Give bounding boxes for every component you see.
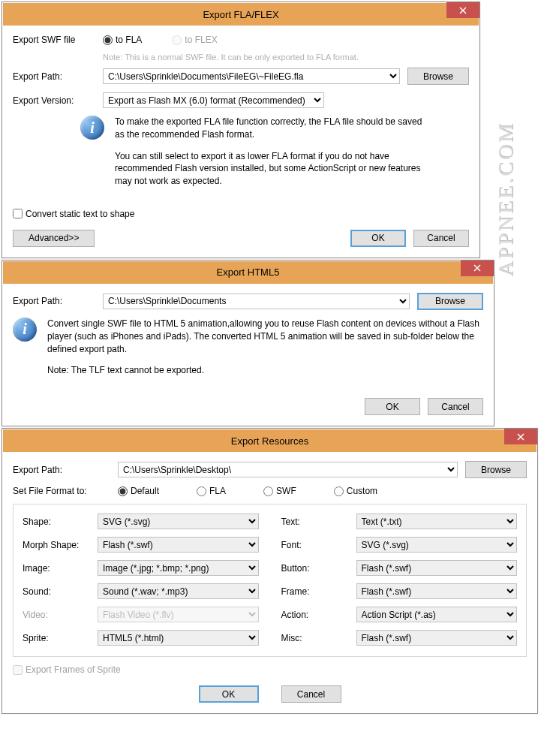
format-label: Morph Shape: [23,540,98,550]
info-paragraph-1: Convert single SWF file to HTML 5 animat… [47,318,483,355]
browse-button[interactable]: Browse [417,293,483,310]
format-custom-radio[interactable]: Custom [334,486,377,496]
format-select[interactable]: Image (*.jpg; *.bmp; *.png) [98,560,259,576]
info-paragraph-2: You can still select to export it as low… [115,150,430,188]
export-frames-sprite-row: Export Frames of Sprite [13,664,527,675]
format-label: Image: [23,563,98,574]
export-fla-flex-dialog: Export FLA/FLEX Export SWF file to FLA t… [2,2,480,258]
format-row: Font:SVG (*.svg) [281,537,518,553]
export-path-select[interactable]: C:\Users\Sprinkle\Documents\FileEG\~File… [103,68,400,84]
export-html5-dialog: Export HTML5 Export Path: C:\Users\Sprin… [2,260,494,426]
export-swf-label: Export SWF file [13,35,103,45]
convert-static-label: Convert static text to shape [26,209,134,219]
format-label: Action: [281,610,356,620]
set-file-format-label: Set File Format to: [13,486,118,496]
info-note: Note: The TLF text cannot be exported. [47,364,483,377]
format-row: Misc:Flash (*.swf) [281,630,518,646]
format-select[interactable]: HTML5 (*.html) [98,630,259,646]
close-icon [517,433,524,441]
export-version-label: Export Version: [13,95,103,106]
convert-static-checkbox[interactable] [13,209,23,218]
format-select: Flash Video (*.flv) [98,607,259,622]
format-label: Font: [281,540,356,550]
cancel-button[interactable]: Cancel [413,230,469,247]
titlebar[interactable]: Export FLA/FLEX [2,2,479,26]
browse-button[interactable]: Browse [407,68,469,85]
format-label: Frame: [281,586,356,597]
format-label: Text: [281,517,356,527]
format-row: Button:Flash (*.swf) [281,560,518,576]
ok-button[interactable]: OK [350,230,406,247]
close-icon [473,264,481,272]
to-flex-radio-input [172,35,182,45]
export-frames-sprite-checkbox [13,665,23,675]
format-row: Morph Shape:Flash (*.swf) [23,537,259,553]
format-default-radio[interactable]: Default [118,486,159,496]
ok-button[interactable]: OK [199,685,259,703]
format-select[interactable]: Action Script (*.as) [356,607,518,622]
title-text: Export HTML5 [217,267,280,278]
close-button[interactable] [461,261,494,276]
format-label: Button: [281,563,356,574]
format-row: Video:Flash Video (*.flv) [23,607,259,622]
to-fla-radio[interactable]: to FLA [103,35,142,45]
info-paragraph-1: To make the exported FLA file function c… [115,116,430,141]
info-icon: i [80,116,104,140]
format-label: Shape: [23,517,98,527]
format-select[interactable]: SVG (*.svg) [98,514,259,529]
ok-button[interactable]: OK [365,398,420,415]
format-group-box: Shape:SVG (*.svg)Morph Shape:Flash (*.sw… [13,504,527,657]
format-select[interactable]: Sound (*.wav; *.mp3) [98,583,259,599]
format-label: Sprite: [23,633,98,643]
format-label: Video: [23,610,98,620]
titlebar[interactable]: Export Resources [2,429,537,452]
export-frames-sprite-label: Export Frames of Sprite [26,664,121,675]
cancel-button[interactable]: Cancel [281,685,341,703]
close-button[interactable] [504,429,537,444]
format-row: Sprite:HTML5 (*.html) [23,630,259,646]
format-label: Sound: [23,586,98,597]
to-flex-radio: to FLEX [172,35,217,45]
swf-note: Note: This is a normal SWF file. It can … [103,53,469,62]
close-button[interactable] [446,2,479,18]
titlebar[interactable]: Export HTML5 [2,261,494,284]
export-path-label: Export Path: [13,296,103,306]
format-select[interactable]: Flash (*.swf) [356,583,518,599]
format-row: Shape:SVG (*.svg) [23,514,259,529]
export-path-label: Export Path: [13,71,103,82]
format-row: Frame:Flash (*.swf) [281,583,518,599]
format-swf-radio[interactable]: SWF [263,486,296,496]
title-text: Export Resources [231,435,308,447]
format-row: Text:Text (*.txt) [281,514,518,529]
watermark-text: APPNEE.COM [494,122,518,277]
format-label: Misc: [281,633,356,643]
format-row: Image:Image (*.jpg; *.bmp; *.png) [23,560,259,576]
format-select[interactable]: Text (*.txt) [356,514,518,529]
convert-static-checkbox-row[interactable]: Convert static text to shape [13,209,469,219]
export-path-select[interactable]: C:\Users\Sprinkle\Documents [103,294,410,309]
format-select[interactable]: Flash (*.swf) [98,537,259,553]
format-select[interactable]: Flash (*.swf) [356,630,518,646]
browse-button[interactable]: Browse [465,461,527,478]
format-row: Sound:Sound (*.wav; *.mp3) [23,583,259,599]
export-path-select[interactable]: C:\Users\Sprinkle\Desktop\ [118,462,458,477]
format-select[interactable]: Flash (*.swf) [356,560,518,576]
format-row: Action:Action Script (*.as) [281,607,518,622]
advanced-button[interactable]: Advanced>> [13,230,95,247]
cancel-button[interactable]: Cancel [428,398,483,415]
to-fla-radio-input[interactable] [103,35,113,45]
export-version-select[interactable]: Export as Flash MX (6.0) format (Recomme… [103,92,324,108]
format-fla-radio[interactable]: FLA [197,486,226,496]
format-select[interactable]: SVG (*.svg) [356,537,518,553]
export-path-label: Export Path: [13,465,118,475]
export-resources-dialog: Export Resources Export Path: C:\Users\S… [2,428,538,714]
close-icon [459,7,467,14]
info-icon: i [13,318,37,342]
title-text: Export FLA/FLEX [203,9,278,20]
